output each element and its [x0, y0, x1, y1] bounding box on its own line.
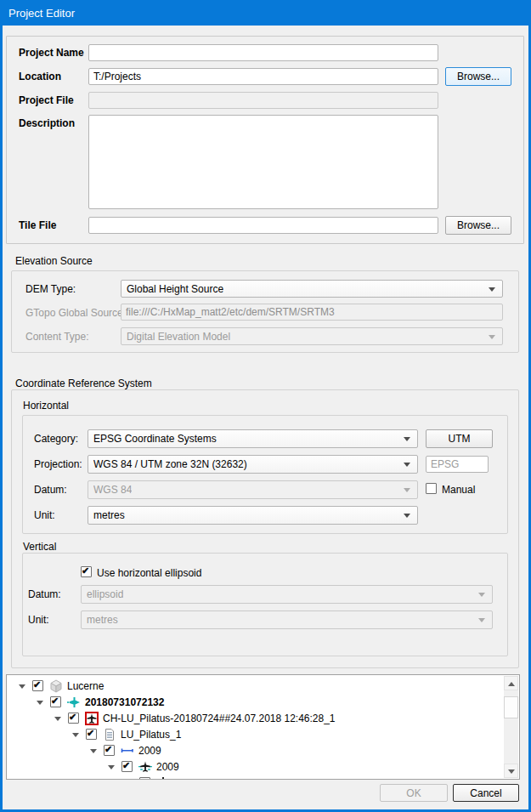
location-input[interactable]: [88, 68, 438, 85]
datum-label: Datum:: [34, 484, 67, 496]
content-type-label: Content Type:: [25, 331, 89, 343]
airplane-crosshair-icon: [138, 760, 152, 774]
expand-arrow-icon[interactable]: [19, 684, 25, 689]
datum-select: WGS 84: [88, 480, 418, 499]
scroll-down-icon: [508, 769, 515, 774]
tree-row[interactable]: 2009: [7, 759, 519, 775]
tree-row[interactable]: 2009: [7, 743, 519, 759]
tree-checkbox[interactable]: [68, 713, 79, 724]
vertical-unit-label: Unit:: [28, 614, 49, 626]
category-label: Category:: [34, 433, 78, 445]
title-bar[interactable]: Project Editor: [0, 0, 531, 26]
clipped-icon: [162, 777, 164, 780]
window-title: Project Editor: [8, 7, 75, 20]
elevation-source-title: Elevation Source: [15, 255, 93, 267]
project-editor-dialog: Project Editor Project Name Location Bro…: [0, 0, 531, 812]
tree-checkbox[interactable]: [32, 680, 43, 691]
project-name-input[interactable]: [88, 44, 438, 61]
dem-type-label: DEM Type:: [25, 283, 76, 295]
chevron-down-icon: [404, 488, 410, 492]
tile-file-input[interactable]: [88, 217, 438, 234]
tree-checkbox[interactable]: [139, 777, 150, 780]
vertical-unit-select: metres: [81, 610, 493, 629]
cube-icon: [49, 679, 63, 693]
project-file-input: [88, 92, 438, 109]
scroll-up-icon: [508, 682, 515, 686]
unit-label: Unit:: [34, 509, 55, 521]
chevron-down-icon: [478, 593, 485, 597]
tile-file-label: Tile File: [19, 219, 56, 231]
scroll-up-button[interactable]: [504, 676, 518, 690]
horizontal-title: Horizontal: [23, 400, 69, 412]
description-textarea[interactable]: [88, 115, 438, 209]
airplane-icon: [67, 696, 81, 709]
chevron-down-icon: [404, 437, 410, 441]
location-label: Location: [19, 71, 61, 82]
location-browse-button[interactable]: Browse...: [445, 67, 511, 86]
tree-row[interactable]: 20180731072132: [7, 695, 519, 711]
tree-scrollbar[interactable]: [504, 676, 518, 778]
tree-row[interactable]: Lucerne: [7, 679, 519, 695]
vertical-datum-select: ellipsoid: [81, 585, 493, 604]
project-tree: Lucerne 20180731072132: [6, 674, 520, 780]
line-segment-icon: [121, 744, 134, 758]
expand-arrow-icon[interactable]: [108, 765, 115, 769]
chevron-down-icon: [404, 514, 410, 518]
category-select[interactable]: EPSG Coordinate Systems: [88, 429, 418, 448]
tree-checkbox[interactable]: [104, 745, 115, 756]
dem-type-select[interactable]: Global Height Source: [121, 280, 503, 298]
expand-arrow-icon[interactable]: [90, 749, 97, 753]
document-icon: [103, 728, 116, 741]
tree-row[interactable]: CH-LU_Pilatus-20180724##24.07.2018 12:46…: [7, 711, 519, 727]
manual-label: Manual: [442, 484, 475, 496]
unit-select[interactable]: metres: [88, 506, 418, 525]
description-label: Description: [19, 117, 75, 129]
tree-checkbox[interactable]: [121, 761, 133, 772]
use-horizontal-ellipsoid-checkbox[interactable]: [81, 566, 92, 577]
vertical-title: Vertical: [23, 541, 56, 553]
expand-arrow-icon[interactable]: [72, 733, 79, 737]
tree-row-partial[interactable]: [7, 775, 519, 780]
scrollbar-thumb[interactable]: [504, 696, 518, 718]
scroll-down-button[interactable]: [504, 764, 518, 778]
airplane-red-box-icon: [85, 712, 99, 725]
tree-checkbox[interactable]: [86, 729, 97, 740]
gtopo-source-input: [121, 304, 503, 321]
projection-label: Projection:: [34, 458, 82, 470]
utm-button[interactable]: UTM: [426, 429, 493, 448]
vertical-datum-label: Datum:: [28, 588, 61, 600]
chevron-down-icon: [489, 335, 495, 339]
crs-title: Coordinate Reference System: [15, 378, 152, 389]
gtopo-source-label: GTopo Global Source:: [25, 307, 126, 319]
expand-arrow-icon[interactable]: [54, 717, 61, 721]
content-type-select: Digital Elevation Model: [121, 327, 503, 345]
cancel-button[interactable]: Cancel: [453, 784, 519, 802]
chevron-down-icon: [404, 463, 410, 467]
use-horizontal-ellipsoid-label: Use horizontal ellipsoid: [97, 567, 201, 579]
tree-checkbox[interactable]: [50, 696, 61, 707]
tree-row[interactable]: LU_Pilatus_1: [7, 727, 519, 743]
projection-select[interactable]: WGS 84 / UTM zone 32N (32632): [88, 455, 418, 474]
manual-checkbox[interactable]: [426, 483, 437, 494]
expand-arrow-icon[interactable]: [37, 701, 43, 705]
epsg-input[interactable]: [426, 456, 489, 473]
dialog-body: Project Name Location Browse... Project …: [3, 26, 528, 809]
project-name-label: Project Name: [19, 47, 84, 59]
chevron-down-icon: [489, 287, 495, 292]
chevron-down-icon: [478, 618, 485, 622]
ok-button[interactable]: OK: [380, 784, 448, 802]
project-file-label: Project File: [19, 94, 74, 106]
vertical-group: [22, 553, 508, 656]
tile-file-browse-button[interactable]: Browse...: [445, 216, 511, 235]
